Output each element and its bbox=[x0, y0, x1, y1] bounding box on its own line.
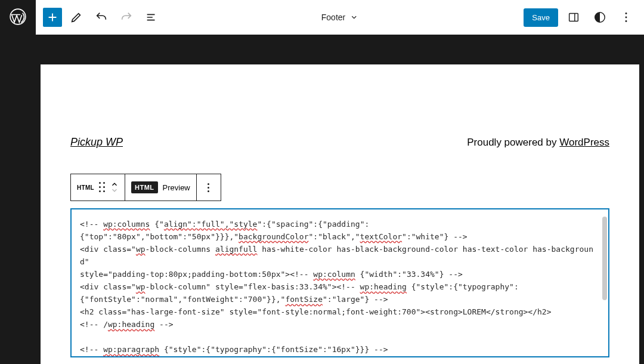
more-options-button[interactable] bbox=[615, 7, 637, 28]
block-type-label: HTML bbox=[77, 184, 94, 191]
svg-point-5 bbox=[626, 20, 627, 22]
editor-toolbar: Footer Save bbox=[36, 0, 644, 35]
powered-by-text: Proudly powered by WordPress bbox=[467, 137, 609, 149]
editor-canvas: Pickup WP Proudly powered by WordPress H… bbox=[41, 64, 639, 364]
list-view-button[interactable] bbox=[141, 7, 162, 28]
wordpress-logo[interactable] bbox=[7, 6, 29, 27]
chevron-down-icon bbox=[350, 13, 358, 21]
add-block-button[interactable] bbox=[43, 8, 62, 27]
template-selector[interactable]: Footer bbox=[321, 13, 358, 22]
save-button[interactable]: Save bbox=[524, 8, 558, 27]
block-type-cell[interactable]: HTML bbox=[71, 174, 125, 200]
site-title-link[interactable]: Pickup WP bbox=[70, 136, 123, 149]
move-up-icon[interactable] bbox=[110, 181, 119, 187]
redo-button[interactable] bbox=[116, 7, 137, 28]
template-title: Footer bbox=[321, 13, 345, 22]
drag-handle-icon[interactable] bbox=[99, 182, 106, 193]
move-down-icon[interactable] bbox=[110, 187, 119, 193]
more-vertical-icon bbox=[203, 183, 215, 192]
scrollbar-thumb[interactable] bbox=[602, 217, 607, 300]
svg-rect-1 bbox=[569, 14, 578, 21]
styles-button[interactable] bbox=[589, 7, 611, 28]
block-more-options[interactable] bbox=[197, 174, 221, 200]
preview-mode-label[interactable]: Preview bbox=[163, 183, 190, 192]
html-preview-toggle[interactable]: HTML Preview bbox=[125, 174, 197, 200]
sidebar-toggle-button[interactable] bbox=[563, 7, 584, 28]
edit-tool-button[interactable] bbox=[66, 7, 87, 28]
block-toolbar: HTML HTML Preview bbox=[70, 174, 221, 201]
svg-point-3 bbox=[626, 13, 627, 14]
html-mode-pill[interactable]: HTML bbox=[131, 181, 158, 193]
footer-preview: Pickup WP Proudly powered by WordPress bbox=[70, 136, 609, 149]
html-code-editor[interactable]: <!-- wp:columns {"align":"full","style":… bbox=[70, 208, 609, 357]
undo-button[interactable] bbox=[91, 7, 112, 28]
block-mover[interactable] bbox=[110, 181, 119, 193]
wordpress-link[interactable]: WordPress bbox=[559, 137, 609, 148]
svg-point-4 bbox=[626, 17, 627, 18]
